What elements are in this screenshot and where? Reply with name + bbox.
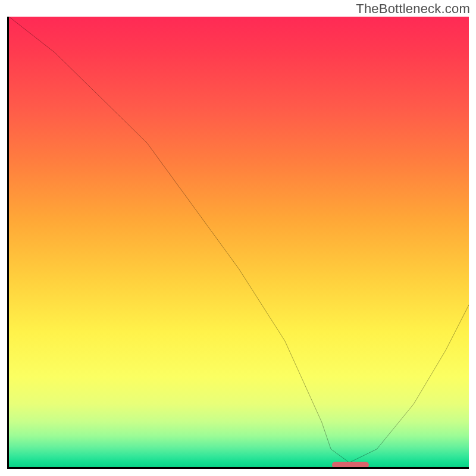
- chart-area: [7, 17, 469, 469]
- watermark-text: TheBottleneck.com: [356, 1, 470, 17]
- bottleneck-curve: [9, 17, 469, 467]
- optimal-range-marker: [332, 462, 369, 468]
